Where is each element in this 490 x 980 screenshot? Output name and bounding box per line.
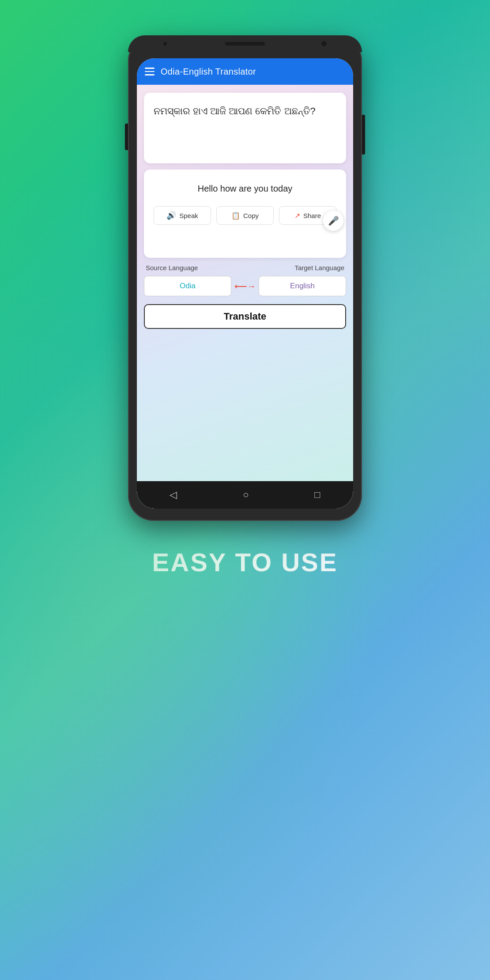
speak-button[interactable]: 🔊 Speak xyxy=(154,206,211,225)
action-buttons: 🔊 Speak 📋 Copy ↗ Share xyxy=(154,206,336,225)
input-card[interactable]: ନମସ୍କାର ହାଏ ଆଜି ଆପଣ କେମିତି ଅଛନ୍ତି? xyxy=(144,93,346,163)
copy-icon: 📋 xyxy=(231,211,240,220)
menu-button[interactable] xyxy=(145,68,155,75)
translate-button[interactable]: Translate xyxy=(144,304,346,329)
recents-button[interactable]: □ xyxy=(314,489,320,501)
app-content: ନମସ୍କାର ହାଏ ଆଜି ଆପଣ କେମିତି ଅଛନ୍ତି? 🎤 Hel… xyxy=(137,85,353,481)
bottom-navigation: ◁ ○ □ xyxy=(137,481,353,509)
phone-outer: Odia-English Translator ନମସ୍କାର ହାଏ ଆଜି … xyxy=(128,35,362,521)
phone-screen: Odia-English Translator ନମସ୍କାର ହାଏ ଆଜି … xyxy=(137,58,353,509)
camera-dot xyxy=(321,41,327,46)
app-bar: Odia-English Translator xyxy=(137,58,353,85)
app-title: Odia-English Translator xyxy=(161,67,256,77)
sensor-dot xyxy=(163,42,167,45)
tagline: EASY TO USE xyxy=(152,547,338,577)
target-language-button[interactable]: English xyxy=(259,276,346,296)
home-button[interactable]: ○ xyxy=(243,489,249,501)
back-button[interactable]: ◁ xyxy=(170,489,177,501)
phone-frame: Odia-English Translator ନମସ୍କାର ହାଏ ଆଜି … xyxy=(128,35,362,521)
target-language-label: Target Language xyxy=(294,264,344,271)
mic-button[interactable]: 🎤 xyxy=(323,211,343,231)
share-label: Share xyxy=(303,212,321,219)
target-language-value: English xyxy=(290,282,315,290)
odia-input-text[interactable]: ନମସ୍କାର ହାଏ ଆଜି ଆପଣ କେମିତି ଅଛନ୍ତି? xyxy=(154,103,336,119)
mic-icon: 🎤 xyxy=(328,215,339,226)
copy-label: Copy xyxy=(243,212,259,219)
translate-button-label: Translate xyxy=(224,311,267,322)
speaker-bar xyxy=(225,42,265,45)
copy-button[interactable]: 📋 Copy xyxy=(216,206,274,225)
lang-labels: Source Language Target Language xyxy=(144,264,346,271)
share-icon: ↗ xyxy=(294,211,300,220)
source-language-button[interactable]: Odia xyxy=(144,276,231,296)
output-card: Hello how are you today 🔊 Speak 📋 Copy ↗ xyxy=(144,170,346,258)
swap-icon: ⟵→ xyxy=(234,281,256,291)
language-section: Source Language Target Language Odia ⟵→ … xyxy=(144,264,346,296)
speaker-icon: 🔊 xyxy=(166,211,176,220)
source-language-label: Source Language xyxy=(146,264,198,271)
source-language-value: Odia xyxy=(180,282,196,290)
phone-notch xyxy=(128,35,362,52)
lang-selectors: Odia ⟵→ English xyxy=(144,276,346,296)
swap-languages-button[interactable]: ⟵→ xyxy=(235,278,255,294)
translated-text: Hello how are you today xyxy=(154,179,336,198)
speak-label: Speak xyxy=(179,212,198,219)
